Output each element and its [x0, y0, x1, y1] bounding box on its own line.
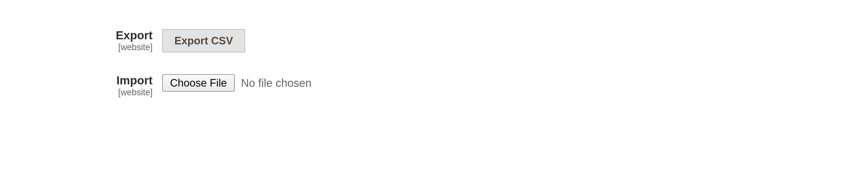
import-scope: [website]: [104, 87, 153, 97]
export-label: Export: [116, 29, 153, 42]
choose-file-button[interactable]: Choose File: [162, 74, 235, 92]
import-row: Import [website] Choose File No file cho…: [104, 74, 868, 97]
import-label: Import: [117, 74, 153, 87]
export-csv-button[interactable]: Export CSV: [162, 29, 245, 52]
export-label-col: Export [website]: [104, 29, 162, 52]
export-scope: [website]: [104, 43, 153, 52]
file-status-text: No file chosen: [241, 76, 312, 89]
export-control: Export CSV: [162, 29, 245, 52]
import-control: Choose File No file chosen: [162, 74, 311, 92]
file-input[interactable]: Choose File No file chosen: [162, 74, 311, 92]
import-label-col: Import [website]: [104, 74, 162, 97]
export-row: Export [website] Export CSV: [104, 29, 868, 52]
settings-form: Export [website] Export CSV Import [webs…: [0, 0, 868, 97]
